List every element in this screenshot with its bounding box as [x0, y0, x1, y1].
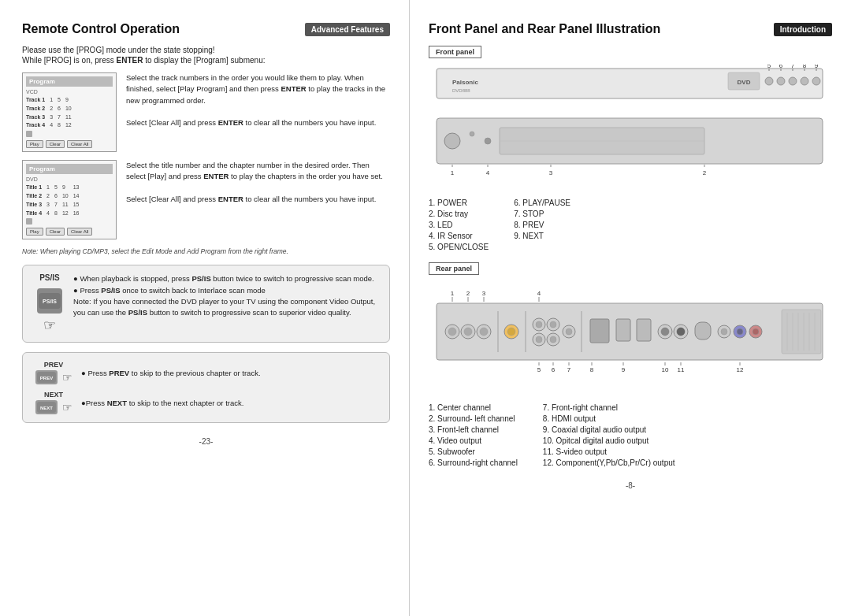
front-panel-diagram: Palsonic DVD888 DVD 5 6 7 8 9 — [429, 65, 832, 192]
svg-text:DVD888: DVD888 — [452, 88, 470, 93]
svg-text:11: 11 — [678, 366, 685, 373]
psis-label-col: PS/IS PS/IS ☞ — [34, 273, 65, 334]
svg-point-14 — [801, 77, 808, 85]
svg-point-11 — [765, 77, 773, 85]
legend-item-8: 8. PREV — [514, 221, 570, 229]
svg-point-60 — [566, 328, 572, 335]
legend-item-4: 4. IR Sensor — [429, 232, 489, 240]
next-item: NEXT NEXT ☞ ●Press NEXT to skip to the n… — [34, 391, 378, 414]
svg-text:PS/IS: PS/IS — [43, 299, 57, 304]
rear-panel-label: Rear panel — [429, 262, 479, 275]
rear-legend-item-12: 12. Component(Y,Pb/Cb,Pr/Cr) output — [543, 458, 675, 467]
legend-item-9: 9. NEXT — [514, 232, 570, 240]
svg-point-31 — [485, 138, 491, 144]
svg-text:7: 7 — [567, 366, 571, 373]
svg-point-71 — [721, 328, 727, 335]
svg-point-13 — [789, 77, 797, 85]
right-page: Front Panel and Rear Panel Illustration … — [410, 0, 851, 616]
rear-legend-item-9: 9. Coaxial digital audio output — [543, 425, 675, 434]
svg-rect-6 — [437, 69, 823, 98]
rear-legend-item-2: 2. Surround- left channel — [429, 414, 518, 423]
introduction-badge: Introduction — [774, 23, 832, 36]
legend-item-5: 5. OPEN/CLOSE — [429, 243, 489, 251]
svg-rect-63 — [616, 319, 630, 341]
svg-point-66 — [661, 328, 669, 336]
prog-note: Note: When playing CD/MP3, select the Ed… — [22, 247, 390, 255]
vcd-prog-section: Program VCD Track 1 Track 2 Track 3 Trac… — [22, 72, 390, 152]
svg-text:2: 2 — [466, 290, 470, 297]
svg-point-42 — [448, 328, 456, 336]
dvd-program-img: Program DVD Title 1 Title 2 Title 3 Titl… — [22, 160, 117, 239]
subtext2: While [PROG] is on, press ENTER to displ… — [22, 56, 390, 65]
front-legend-left: 1. POWER 2. Disc tray 3. LED 4. IR Senso… — [429, 199, 489, 251]
svg-text:3: 3 — [482, 290, 486, 297]
svg-text:4: 4 — [486, 169, 490, 176]
rear-legend-item-11: 11. S-video output — [543, 447, 675, 456]
prev-text: ● Press PREV to skip to the previous cha… — [81, 369, 261, 377]
svg-point-58 — [550, 336, 556, 343]
svg-point-12 — [777, 77, 785, 85]
rear-legend-item-5: 5. Subwoofer — [429, 447, 518, 456]
legend-item-2: 2. Disc tray — [429, 210, 489, 218]
svg-rect-69 — [695, 322, 711, 340]
svg-rect-61 — [581, 311, 582, 352]
vcd-prog-text: Select the track numbers in the order yo… — [126, 72, 390, 128]
rear-legend-right: 7. Front-right channel 8. HDMI output 9.… — [543, 403, 675, 467]
right-header: Front Panel and Rear Panel Illustration … — [429, 22, 832, 36]
svg-text:9: 9 — [622, 366, 626, 373]
right-title: Front Panel and Rear Panel Illustration — [429, 22, 660, 36]
svg-text:10: 10 — [662, 366, 669, 373]
svg-point-56 — [536, 336, 542, 343]
svg-text:PREV: PREV — [39, 376, 52, 380]
rear-legend-item-8: 8. HDMI output — [543, 414, 675, 423]
prev-item: PREV PREV ☞ ● Press PREV to skip to the … — [34, 361, 378, 384]
psis-label: PS/IS — [39, 273, 60, 282]
svg-text:Palsonic: Palsonic — [452, 79, 478, 86]
rear-legend-item-10: 10. Opitcal digital audio output — [543, 436, 675, 445]
prevnext-section: PREV PREV ☞ ● Press PREV to skip to the … — [22, 352, 390, 423]
svg-point-54 — [550, 321, 556, 328]
legend-item-7: 7. STOP — [514, 210, 570, 218]
svg-text:3: 3 — [549, 169, 553, 176]
svg-rect-76 — [782, 310, 821, 354]
prev-finger-icon: ☞ — [62, 371, 72, 384]
prev-label: PREV — [44, 361, 64, 369]
svg-rect-47 — [497, 311, 499, 352]
svg-point-46 — [480, 328, 488, 336]
legend-item-3: 3. LED — [429, 221, 489, 229]
svg-point-49 — [507, 328, 515, 336]
dvd-prog-text: Select the title number and the chapter … — [126, 160, 390, 205]
svg-rect-50 — [525, 311, 526, 352]
svg-point-44 — [464, 328, 472, 336]
svg-point-27 — [444, 133, 460, 149]
svg-text:6: 6 — [552, 366, 556, 373]
rear-panel-section: Rear panel — [429, 262, 832, 467]
rear-legend-item-1: 1. Center channel — [429, 403, 518, 412]
svg-text:12: 12 — [737, 366, 744, 373]
svg-point-52 — [536, 321, 542, 328]
svg-point-73 — [737, 328, 743, 335]
dvd-prog-section: Program DVD Title 1 Title 2 Title 3 Titl… — [22, 160, 390, 239]
svg-rect-64 — [637, 319, 651, 341]
front-legend-right: 6. PLAY/PAUSE 7. STOP 8. PREV 9. NEXT — [514, 199, 570, 251]
legend-item-1: 1. POWER — [429, 199, 489, 207]
svg-point-28 — [470, 132, 474, 136]
front-panel-legend: 1. POWER 2. Disc tray 3. LED 4. IR Senso… — [429, 199, 832, 251]
svg-text:1: 1 — [451, 169, 455, 176]
left-title: Remote Control Operation — [22, 22, 180, 36]
rear-legend-item-3: 3. Front-left channel — [429, 425, 518, 434]
svg-text:4: 4 — [537, 290, 541, 297]
left-header: Remote Control Operation Advanced Featur… — [22, 22, 390, 36]
rear-legend-item-6: 6. Surround-right channel — [429, 458, 518, 467]
svg-text:2: 2 — [703, 169, 707, 176]
prev-button-icon: PREV — [35, 370, 58, 384]
rear-legend-left: 1. Center channel 2. Surround- left chan… — [429, 403, 518, 467]
svg-text:8: 8 — [590, 366, 594, 373]
next-label-col: NEXT NEXT ☞ — [34, 391, 73, 414]
psis-button-icon: PS/IS — [37, 288, 62, 314]
next-text: ●Press NEXT to skip to the next chapter … — [81, 399, 243, 407]
rear-legend-item-7: 7. Front-right channel — [543, 403, 675, 412]
rear-panel-legend: 1. Center channel 2. Surround- left chan… — [429, 403, 832, 467]
svg-point-75 — [753, 328, 759, 335]
next-button-icon: NEXT — [35, 400, 58, 414]
